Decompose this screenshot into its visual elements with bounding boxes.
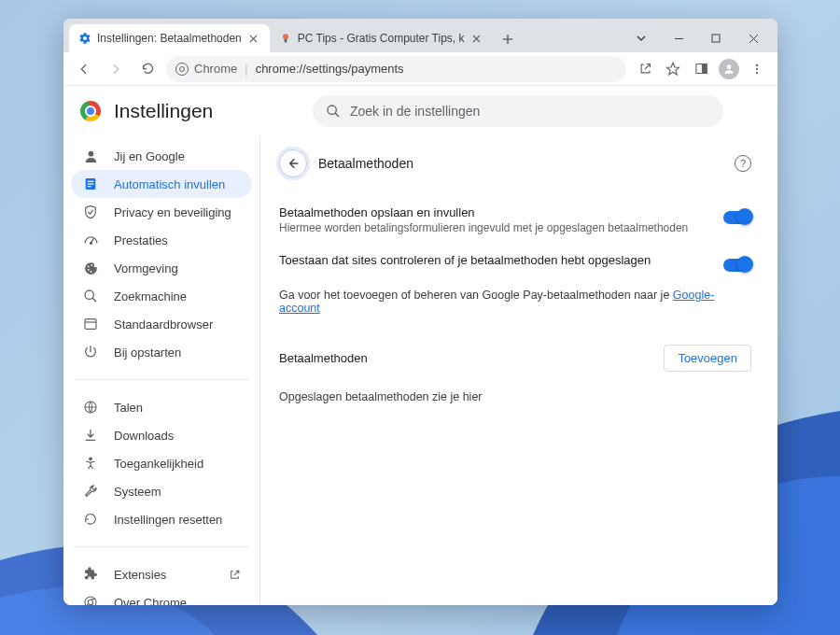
sidebar-item-label: Talen — [114, 401, 143, 415]
tab-pctips[interactable]: PC Tips - Gratis Computer Tips, k — [270, 24, 493, 52]
svg-point-17 — [87, 268, 89, 270]
forward-button[interactable] — [103, 56, 129, 82]
search-icon — [82, 288, 99, 304]
sidebar-item-you-and-google[interactable]: Jij en Google — [71, 142, 252, 170]
svg-point-24 — [85, 597, 96, 605]
settings-main: Betaalmethoden ? Betaalmethoden opslaan … — [259, 136, 777, 605]
svg-point-10 — [88, 150, 93, 156]
sidebar-item-label: Downloads — [114, 429, 174, 443]
tab-label: Instellingen: Betaalmethoden — [97, 32, 242, 45]
close-icon[interactable] — [247, 32, 260, 45]
sidebar-item-label: Over Chrome — [114, 596, 187, 606]
menu-button[interactable] — [744, 56, 770, 82]
toggle-save-fill[interactable] — [723, 211, 751, 224]
sidebar-item-privacy[interactable]: Privacy en beveiliging — [71, 198, 252, 226]
download-icon — [82, 427, 99, 444]
svg-point-16 — [87, 265, 89, 267]
tab-strip: Instellingen: Betaalmethoden PC Tips - G… — [63, 19, 777, 52]
svg-point-15 — [90, 242, 91, 244]
help-icon[interactable]: ? — [735, 155, 751, 172]
back-button[interactable] — [71, 56, 97, 82]
omnibox-scheme: Chrome — [194, 62, 237, 76]
reload-button[interactable] — [134, 56, 161, 82]
extension-icon — [82, 566, 99, 583]
chrome-window: Instellingen: Betaalmethoden PC Tips - G… — [63, 19, 777, 605]
omnibox[interactable]: Chrome | chrome://settings/payments — [166, 56, 626, 82]
sidebar-item-appearance[interactable]: Vormgeving — [71, 254, 252, 282]
sidebar-item-default-browser[interactable]: Standaardbrowser — [71, 310, 252, 338]
svg-point-9 — [328, 106, 336, 114]
tab-settings-payments[interactable]: Instellingen: Betaalmethoden — [69, 24, 270, 52]
svg-point-6 — [756, 64, 758, 65]
gear-icon — [78, 32, 91, 45]
sidebar-item-on-startup[interactable]: Bij opstarten — [71, 338, 252, 366]
shield-icon — [82, 204, 99, 220]
sidebar-item-autofill[interactable]: Automatisch invullen — [71, 170, 252, 198]
settings-header: Instellingen Zoek in de instellingen — [63, 86, 777, 136]
tab-label: PC Tips - Gratis Computer Tips, k — [298, 32, 465, 45]
sidebar-item-downloads[interactable]: Downloads — [71, 421, 252, 449]
sidebar-item-label: Extensies — [114, 568, 166, 582]
sidebar-item-label: Systeem — [114, 485, 161, 499]
sidebar-item-label: Toegankelijkheid — [114, 457, 203, 471]
svg-rect-13 — [88, 183, 94, 184]
sidebar-separator — [75, 546, 248, 547]
sidebar-item-about[interactable]: Over Chrome — [71, 588, 252, 605]
svg-rect-12 — [88, 181, 94, 182]
search-placeholder: Zoek in de instellingen — [350, 104, 480, 119]
settings-content: Instellingen Zoek in de instellingen Jij… — [63, 86, 777, 605]
svg-point-8 — [756, 71, 758, 73]
side-panel-button[interactable] — [688, 56, 714, 82]
svg-point-5 — [727, 64, 732, 69]
sidebar-item-reset[interactable]: Instellingen resetten — [71, 505, 252, 533]
svg-rect-2 — [712, 35, 720, 42]
sidebar-item-label: Privacy en beveiliging — [114, 205, 231, 219]
sidebar-item-label: Vormgeving — [114, 261, 178, 275]
minimize-button[interactable] — [660, 24, 697, 52]
settings-sidebar: Jij en Google Automatisch invullen Priva… — [63, 136, 259, 605]
row-title: Toestaan dat sites controleren of je bet… — [279, 253, 708, 267]
sidebar-item-label: Automatisch invullen — [114, 177, 225, 191]
sidebar-item-system[interactable]: Systeem — [71, 477, 252, 505]
empty-state-text: Opgeslagen betaalmethoden zie je hier — [279, 377, 751, 416]
new-tab-button[interactable] — [495, 26, 521, 52]
sidebar-item-label: Prestaties — [114, 233, 168, 247]
sidebar-item-accessibility[interactable]: Toegankelijkheid — [71, 449, 252, 477]
omnibox-url: chrome://settings/payments — [256, 62, 404, 76]
chrome-logo-icon — [80, 101, 101, 121]
sidebar-item-label: Standaardbrowser — [114, 318, 213, 332]
globe-icon — [82, 399, 99, 416]
toggle-allow-check[interactable] — [723, 259, 751, 272]
row-desc: Hiermee worden betalingsformulieren inge… — [279, 221, 708, 234]
sidebar-item-label: Jij en Google — [114, 149, 185, 163]
search-icon — [326, 104, 341, 119]
page-title: Betaalmethoden — [318, 156, 413, 171]
row-title: Betaalmethoden opslaan en invullen — [279, 205, 708, 219]
section-label: Betaalmethoden — [279, 351, 368, 365]
sidebar-item-extensions[interactable]: Extensies — [71, 560, 252, 588]
settings-search[interactable]: Zoek in de instellingen — [313, 95, 723, 127]
sidebar-item-search-engine[interactable]: Zoekmachine — [71, 282, 252, 310]
sidebar-item-label: Instellingen resetten — [114, 513, 222, 527]
toolbar: Chrome | chrome://settings/payments — [63, 52, 777, 86]
bookmark-button[interactable] — [660, 56, 686, 82]
tab-search-button[interactable] — [623, 24, 660, 52]
profile-button[interactable] — [716, 56, 742, 82]
share-button[interactable] — [632, 56, 658, 82]
maximize-button[interactable] — [697, 24, 735, 52]
wrench-icon — [82, 483, 99, 500]
autofill-icon — [82, 176, 99, 192]
page-back-button[interactable] — [279, 149, 307, 177]
browser-icon — [82, 316, 99, 332]
svg-point-7 — [756, 67, 758, 69]
svg-rect-21 — [85, 319, 96, 330]
sidebar-item-performance[interactable]: Prestaties — [71, 226, 252, 254]
chrome-scheme-icon — [175, 63, 189, 76]
close-icon[interactable] — [470, 32, 483, 45]
settings-title: Instellingen — [114, 100, 213, 122]
add-payment-button[interactable]: Toevoegen — [664, 345, 751, 372]
speedometer-icon — [82, 232, 99, 248]
reset-icon — [82, 511, 99, 528]
close-window-button[interactable] — [735, 24, 772, 52]
sidebar-item-languages[interactable]: Talen — [71, 393, 252, 421]
